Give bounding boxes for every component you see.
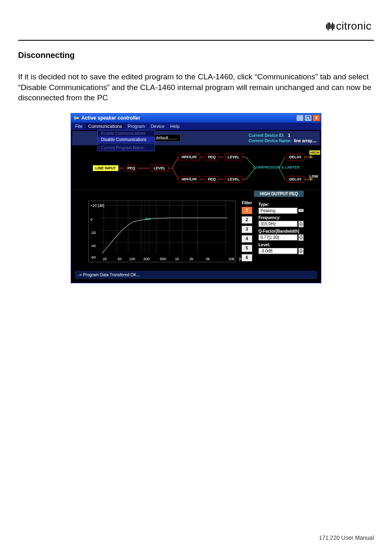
- filter-button-3[interactable]: 3: [242, 226, 252, 233]
- status-bar: -> Program Data Transfered OK...: [72, 269, 320, 282]
- level-input[interactable]: -3.0dB: [258, 248, 297, 254]
- window-restore-button[interactable]: ❐: [304, 115, 312, 121]
- y-tick-20: +20 [dB]: [90, 204, 104, 208]
- type-label: Type:: [258, 202, 304, 207]
- menu-help[interactable]: Help: [168, 123, 182, 129]
- menu-communications[interactable]: Communications: [86, 123, 125, 129]
- block-line-input[interactable]: LINE INPUT: [92, 165, 119, 171]
- block-low-peq[interactable]: PEQ: [205, 176, 219, 183]
- y-tick-n20: -20: [90, 231, 96, 235]
- label-high-output: HIGH: [309, 150, 320, 155]
- x-tick-100: 100: [129, 257, 135, 261]
- svg-line-14: [246, 168, 256, 179]
- menu-device[interactable]: Device: [148, 123, 167, 129]
- app-window: Active speaker controller _ ❐ X File Com…: [71, 113, 321, 283]
- dropdown-disable-communications[interactable]: Disable Communications: [98, 136, 154, 143]
- filter-button-1[interactable]: 1: [242, 207, 252, 214]
- label-low-output: LOW: [309, 174, 318, 178]
- filter-button-2[interactable]: 2: [242, 216, 252, 224]
- filter-params-column: Type: Peaking ▾ Frequency: 315.0Hz ▴▾ Q-…: [258, 201, 304, 264]
- filter-heading: Filter: [239, 201, 255, 205]
- qfactor-input[interactable]: 0.77[1.30]: [258, 234, 297, 240]
- status-message: -> Program Data Transfered OK...: [75, 271, 317, 279]
- x-tick-2k: 2k: [189, 257, 194, 261]
- x-tick-200: 200: [143, 257, 150, 261]
- brand-logo: ı|lı|ı citronic: [325, 20, 371, 32]
- device-info: Current Device ID: 1 Current Device Name…: [249, 133, 316, 143]
- x-unit-hz: [Hz]: [239, 257, 246, 261]
- window-close-button[interactable]: X: [313, 115, 320, 121]
- block-high-peq[interactable]: PEQ: [205, 154, 219, 160]
- header-divider: [18, 40, 374, 41]
- communications-dropdown: Enable Communications Disable Communicat…: [97, 130, 155, 151]
- block-low-hpflpf[interactable]: HPF/LPF: [179, 176, 200, 183]
- frequency-spinner[interactable]: ▴▾: [298, 221, 304, 227]
- block-low-level[interactable]: LEVEL: [225, 176, 242, 183]
- peq-panel-title: HIGH OUTPUT PEQ: [254, 191, 304, 197]
- logo-mark-icon: ı|lı|ı: [325, 21, 334, 31]
- y-tick-n40: -40: [90, 244, 96, 248]
- menubar: File Communications Program Device Help: [71, 123, 321, 130]
- brand-name: citronic: [336, 20, 371, 32]
- block-low-delay[interactable]: DELAY: [286, 176, 304, 183]
- signal-flow-diagram: LINE INPUT PEQ LEVEL HPF/LPF PEQ LEVEL D…: [72, 146, 320, 190]
- dropdown-current-program: Current Program Name:: [98, 145, 154, 151]
- svg-line-16: [279, 168, 285, 179]
- app-icon: [74, 115, 79, 121]
- section-heading: Disconnecting: [18, 51, 374, 60]
- menu-file[interactable]: File: [73, 123, 85, 129]
- dropdown-separator: [98, 143, 154, 144]
- device-id-label: Current Device ID:: [249, 133, 284, 138]
- filter-button-5[interactable]: 5: [242, 245, 252, 252]
- device-name-label: Current Device Name:: [249, 139, 291, 143]
- device-name-value: line array....: [294, 139, 316, 143]
- block-high-hpflpf[interactable]: HPF/LPF: [179, 154, 200, 160]
- frequency-label: Frequency:: [258, 215, 304, 220]
- x-tick-20: 20: [103, 257, 107, 261]
- window-minimize-button[interactable]: _: [296, 115, 304, 121]
- level-label: Level:: [258, 243, 304, 247]
- frequency-input[interactable]: 315.0Hz: [258, 221, 297, 227]
- x-tick-1k: 1k: [175, 257, 179, 261]
- filter-select-column: Filter 1 2 3 4 5 6: [239, 201, 255, 264]
- page-footer: 171.220 User Manual: [319, 534, 374, 541]
- qfactor-spinner[interactable]: ▴▾: [298, 234, 304, 241]
- peq-panel: HIGH OUTPUT PEQ: [72, 190, 320, 269]
- type-dropdown-icon[interactable]: ▾: [298, 209, 304, 212]
- level-spinner[interactable]: ▴▾: [298, 248, 304, 254]
- dropdown-enable-communications: Enable Communications: [98, 130, 154, 136]
- menu-program[interactable]: Program: [125, 123, 148, 129]
- body-paragraph: If it is decided not to save the edited …: [18, 72, 374, 103]
- block-high-delay[interactable]: DELAY: [286, 154, 304, 160]
- block-input-peq[interactable]: PEQ: [125, 165, 138, 171]
- device-id-value: 1: [288, 133, 291, 138]
- filter-button-4[interactable]: 4: [242, 235, 252, 243]
- peq-graph[interactable]: +20 [dB] 0 -20 -40 -60 20 50 100 200 500…: [88, 201, 235, 262]
- block-input-level[interactable]: LEVEL: [151, 165, 168, 171]
- x-tick-5k: 5k: [206, 257, 210, 261]
- block-compressor-limiter[interactable]: COMPRESSOR & LIMITER: [254, 165, 300, 169]
- logo-row: ı|lı|ı citronic: [18, 20, 374, 32]
- svg-rect-1: [74, 116, 76, 120]
- qfactor-label: Q-Factor[Bandwidth]: [258, 229, 304, 234]
- svg-rect-34: [145, 218, 151, 220]
- svg-line-5: [172, 157, 178, 168]
- y-tick-n60: -60: [90, 255, 96, 259]
- x-tick-50: 50: [118, 257, 122, 261]
- y-tick-0: 0: [90, 217, 92, 222]
- window-title: Active speaker controller: [81, 115, 140, 121]
- x-tick-500: 500: [160, 257, 166, 261]
- block-high-level[interactable]: LEVEL: [225, 154, 242, 160]
- x-tick-20k: 20k: [228, 257, 235, 261]
- type-select[interactable]: Peaking: [258, 208, 297, 214]
- svg-line-6: [172, 168, 178, 179]
- window-titlebar[interactable]: Active speaker controller _ ❐ X: [71, 113, 321, 123]
